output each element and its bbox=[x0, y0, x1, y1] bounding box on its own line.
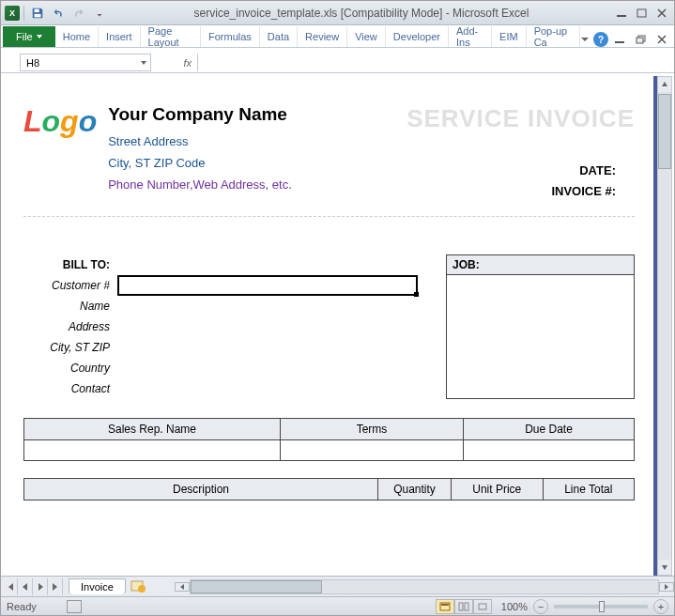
tab-add-ins[interactable]: Add-Ins bbox=[449, 26, 492, 47]
tab-file[interactable]: File bbox=[3, 26, 55, 47]
description-header: Description bbox=[24, 479, 378, 500]
bill-to-header: BILL TO: bbox=[23, 258, 117, 271]
job-section: JOB: bbox=[446, 254, 635, 399]
tab-popup-ca[interactable]: Pop-up Ca bbox=[527, 26, 580, 47]
cell[interactable] bbox=[464, 440, 635, 461]
cell[interactable] bbox=[117, 359, 418, 377]
invoice-title: SERVICE INVOICE bbox=[407, 104, 635, 133]
qat-customize-button[interactable] bbox=[90, 4, 109, 23]
ribbon-caret-icon[interactable] bbox=[580, 35, 590, 44]
cell[interactable] bbox=[24, 440, 281, 461]
view-page-layout-button[interactable] bbox=[454, 599, 473, 614]
svg-rect-0 bbox=[35, 8, 39, 12]
zoom-out-button[interactable]: − bbox=[533, 599, 548, 614]
tab-eim[interactable]: EIM bbox=[492, 26, 527, 47]
tab-formulas[interactable]: Formulas bbox=[201, 26, 260, 47]
terms-header: Terms bbox=[281, 419, 464, 440]
zoom-slider[interactable] bbox=[554, 605, 648, 608]
customer-no-label: Customer # bbox=[23, 279, 117, 292]
street-label: Street Address bbox=[108, 134, 635, 148]
svg-rect-3 bbox=[637, 9, 646, 17]
tab-page-layout[interactable]: Page Layout bbox=[141, 26, 201, 47]
contact-billto-label: Contact bbox=[23, 382, 117, 395]
quantity-header: Quantity bbox=[378, 479, 452, 500]
minimize-button[interactable] bbox=[614, 7, 631, 20]
cell[interactable] bbox=[117, 297, 418, 316]
invoice-meta-labels: DATE: INVOICE #: bbox=[551, 161, 616, 202]
date-label: DATE: bbox=[551, 161, 616, 181]
svg-rect-2 bbox=[617, 15, 626, 17]
tab-insert[interactable]: Insert bbox=[99, 26, 141, 47]
name-label: Name bbox=[23, 300, 117, 313]
active-cell[interactable] bbox=[117, 275, 418, 296]
sheet-nav-next-button[interactable] bbox=[33, 578, 48, 595]
title-bar: X service_invoice_template.xls [Compatib… bbox=[1, 1, 674, 25]
excel-app-icon[interactable]: X bbox=[5, 6, 20, 21]
invoice-number-label: INVOICE #: bbox=[551, 181, 616, 202]
tab-developer[interactable]: Developer bbox=[386, 26, 449, 47]
svg-rect-12 bbox=[465, 603, 468, 610]
due-date-header: Due Date bbox=[464, 419, 635, 440]
sheet-nav-first-button[interactable] bbox=[3, 578, 18, 595]
svg-rect-13 bbox=[479, 604, 486, 609]
tab-home[interactable]: Home bbox=[55, 26, 99, 47]
hscroll-left-button[interactable] bbox=[175, 582, 190, 592]
scroll-thumb[interactable] bbox=[658, 94, 671, 169]
scroll-up-button[interactable] bbox=[658, 77, 671, 92]
sheet-tab-bar: Invoice bbox=[1, 576, 674, 596]
unit-price-header: Unit Price bbox=[452, 479, 544, 500]
sheet-tab-invoice[interactable]: Invoice bbox=[69, 578, 126, 594]
job-header: JOB: bbox=[447, 255, 634, 275]
zoom-level-label[interactable]: 100% bbox=[501, 601, 528, 612]
line-items-table: Description Quantity Unit Price Line Tot… bbox=[23, 478, 635, 500]
cell[interactable] bbox=[281, 440, 464, 461]
country-label: Country bbox=[23, 362, 117, 375]
svg-rect-4 bbox=[615, 41, 624, 43]
workbook-restore-button[interactable] bbox=[633, 33, 650, 46]
svg-point-8 bbox=[138, 585, 146, 593]
cell[interactable] bbox=[117, 317, 418, 336]
formula-input[interactable] bbox=[198, 54, 674, 71]
scroll-down-button[interactable] bbox=[658, 560, 671, 575]
view-normal-button[interactable] bbox=[436, 599, 454, 614]
status-ready-label: Ready bbox=[7, 601, 63, 612]
zoom-in-button[interactable]: + bbox=[653, 599, 668, 614]
divider bbox=[23, 216, 635, 217]
macro-record-button[interactable] bbox=[67, 600, 82, 613]
sales-rep-header: Sales Rep. Name bbox=[24, 419, 281, 440]
tab-view[interactable]: View bbox=[347, 26, 386, 47]
svg-rect-6 bbox=[637, 38, 643, 43]
redo-button[interactable] bbox=[69, 4, 88, 23]
name-box[interactable]: H8 bbox=[20, 54, 151, 71]
tab-review[interactable]: Review bbox=[298, 26, 347, 47]
maximize-button[interactable] bbox=[634, 7, 651, 20]
insert-function-button[interactable]: fx bbox=[151, 54, 198, 71]
workbook-close-button[interactable] bbox=[653, 33, 670, 46]
sheet-nav-last-button[interactable] bbox=[48, 578, 63, 595]
vertical-scrollbar[interactable] bbox=[657, 76, 672, 576]
sales-terms-table: Sales Rep. Name Terms Due Date bbox=[23, 418, 635, 461]
close-button[interactable] bbox=[653, 7, 670, 20]
ribbon-tabs: File Home Insert Page Layout Formulas Da… bbox=[1, 25, 674, 48]
horizontal-scrollbar[interactable] bbox=[190, 579, 659, 594]
workbook-minimize-button[interactable] bbox=[612, 33, 629, 46]
cell[interactable] bbox=[117, 338, 418, 357]
sheet-nav-prev-button[interactable] bbox=[18, 578, 33, 595]
job-body-cell[interactable] bbox=[447, 275, 634, 393]
view-page-break-button[interactable] bbox=[473, 599, 492, 614]
company-logo: Logo bbox=[23, 104, 97, 139]
worksheet-area[interactable]: Logo Your Company Name Street Address Ci… bbox=[5, 76, 657, 576]
hscroll-right-button[interactable] bbox=[659, 582, 674, 592]
new-sheet-button[interactable] bbox=[130, 579, 146, 594]
bill-to-section: BILL TO: Customer # Name Address City, S… bbox=[23, 254, 418, 399]
quick-access-toolbar: X bbox=[5, 4, 109, 23]
window-title: service_invoice_template.xls [Compatibil… bbox=[109, 7, 614, 20]
save-button[interactable] bbox=[28, 4, 47, 23]
help-icon[interactable]: ? bbox=[593, 32, 608, 47]
cell[interactable] bbox=[117, 379, 418, 398]
address-label: Address bbox=[23, 320, 117, 333]
tab-data[interactable]: Data bbox=[260, 26, 298, 47]
formula-bar: H8 fx bbox=[1, 53, 674, 73]
svg-rect-10 bbox=[441, 604, 449, 606]
undo-button[interactable] bbox=[49, 4, 68, 23]
